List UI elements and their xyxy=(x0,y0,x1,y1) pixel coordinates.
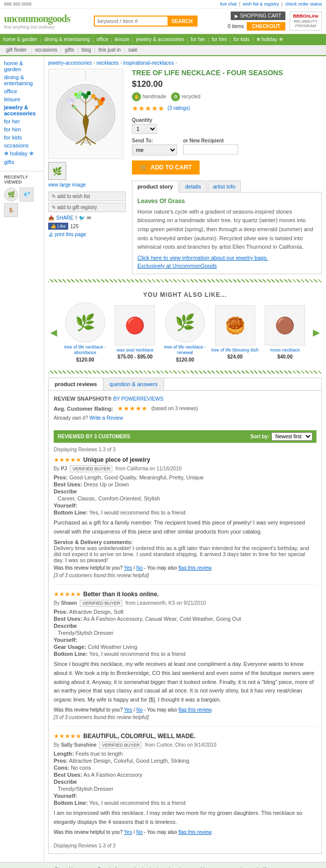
reviews-section: product reviews question & answers REVIE… xyxy=(48,378,322,854)
nav-home-garden[interactable]: home & garden xyxy=(0,34,40,45)
main-content: jewelry-accessories › necklaces › inspir… xyxy=(44,56,326,862)
breadcrumb-inspirational[interactable]: inspirational-necklaces xyxy=(123,60,174,66)
product-badges: ✋ handmade ♻ recycled xyxy=(132,92,322,101)
nav-dining[interactable]: dining & entertaining xyxy=(42,34,92,45)
logo[interactable]: uncommongoods xyxy=(4,13,70,25)
add-to-cart-button[interactable]: 🛒 ADD TO CART xyxy=(132,160,200,175)
review-2-body: Since I bought this necklace, my wife re… xyxy=(54,660,316,704)
review-1-yes[interactable]: Yes xyxy=(124,565,132,571)
sidebar-item-leisure[interactable]: leisure xyxy=(0,95,44,103)
top-links: live chat | wish list & registry | check… xyxy=(220,2,322,7)
shopping-cart-button[interactable]: ▶ SHOPPING CART xyxy=(231,12,285,20)
rv-item-3[interactable]: 🪑 xyxy=(4,203,18,217)
svg-point-16 xyxy=(94,97,97,100)
review-2-no[interactable]: No xyxy=(136,707,143,713)
nav-leisure[interactable]: leisure xyxy=(112,34,132,45)
nav-for-kids[interactable]: for kids xyxy=(231,34,252,45)
review-2-helpful: Was this review helpful to you? Yes / No… xyxy=(54,707,316,713)
review-3-body: I am so impressed with this necklace. I … xyxy=(54,809,316,826)
review-3-meta: By Sally Sunshine VERIFIED BUYER from Cu… xyxy=(54,742,316,749)
sidebar-item-for-him[interactable]: for him xyxy=(0,125,44,133)
sidebar-item-gifts[interactable]: gifts xyxy=(0,158,44,166)
share-link[interactable]: SHARE xyxy=(56,215,73,221)
breadcrumb-jewelry[interactable]: jewelry-accessories xyxy=(48,60,92,66)
tab-product-story[interactable]: product story xyxy=(132,181,179,193)
header-main: uncommongoods find anything but ordinary… xyxy=(0,9,326,34)
review-1-no[interactable]: No xyxy=(136,565,143,571)
wish-list-link[interactable]: wish list & registry xyxy=(243,2,279,7)
search-input[interactable] xyxy=(95,17,168,26)
also-item-2[interactable]: 🔴 wax seal necklace $75.00 - $95.00 xyxy=(111,305,159,360)
sub-nav-this-just-in[interactable]: this just in xyxy=(95,45,123,55)
jewelry-bags-link[interactable]: Click here to view information about our… xyxy=(137,255,268,261)
print-link[interactable]: 🖨 print this page xyxy=(48,232,126,237)
rating-count-link[interactable]: (3 ratings) xyxy=(168,105,190,111)
tab-details[interactable]: details xyxy=(180,181,207,192)
product-image-svg xyxy=(51,71,121,156)
review-3-no[interactable]: No xyxy=(136,829,143,835)
check-order-link[interactable]: check order status xyxy=(285,2,322,7)
prev-arrow[interactable]: ◀ xyxy=(48,327,59,338)
review-3-cons: Cons: No cons xyxy=(54,765,316,771)
review-3-yes[interactable]: Yes xyxy=(124,829,132,835)
registry-icon: ✎ xyxy=(52,205,56,210)
tab-artist-info[interactable]: artist info xyxy=(208,181,241,192)
tab-qa[interactable]: question & answers xyxy=(103,378,164,390)
review-1-describe: Describe xyxy=(54,488,316,494)
also-item-4[interactable]: 🥮 tree of life blessing dish $24.00 xyxy=(211,305,259,360)
exclusive-link[interactable]: Exclusively at UncommonGoods xyxy=(137,263,217,269)
sidebar-item-occasions[interactable]: occasions xyxy=(0,141,44,149)
also-item-3[interactable]: 🌿 tree of life necklace - renewal $120.0… xyxy=(161,302,209,363)
snapshot-title: REVIEW SNAPSHOT® by PowerReviews xyxy=(54,396,316,402)
sidebar-item-jewelry[interactable]: jewelry & accessories xyxy=(0,103,44,117)
review-3-title: BEAUTIFUL, COLORFUL, WELL MADE. xyxy=(83,733,196,740)
nav-for-her[interactable]: for her xyxy=(188,34,208,45)
view-large-link[interactable]: view large image xyxy=(48,182,126,188)
sub-nav-blog[interactable]: blog xyxy=(79,45,94,55)
facebook-like-button[interactable]: 👍 Like xyxy=(48,223,68,230)
sub-nav-sale[interactable]: sale xyxy=(125,45,140,55)
nav-office[interactable]: office xyxy=(94,34,111,45)
write-review-link[interactable]: Write a Review xyxy=(89,415,123,421)
review-1-flag[interactable]: flag this review xyxy=(179,565,212,571)
add-to-wish-list-button[interactable]: ✎ add to wish list xyxy=(48,192,126,201)
also-item-5[interactable]: 🟤 moss necklace $40.00 xyxy=(261,305,309,360)
wishlist-icon: ✎ xyxy=(52,194,56,199)
review-2-yes[interactable]: Yes xyxy=(124,707,132,713)
sort-select[interactable]: Newest first Oldest first Most helpful xyxy=(271,432,312,441)
also-item-1[interactable]: 🌿 tree of life necklace - abundance $120… xyxy=(61,302,109,363)
review-2-flag[interactable]: flag this review xyxy=(179,707,212,713)
tab-product-reviews[interactable]: product reviews xyxy=(49,378,103,390)
sidebar-item-home-garden[interactable]: home & garden xyxy=(0,59,44,73)
nav-holiday[interactable]: ❄ holiday ❄ xyxy=(254,34,285,45)
recycled-badge: ♻ recycled xyxy=(171,92,200,101)
footer-promo: Shop UncommonGoods for creatively design… xyxy=(0,862,326,868)
sub-nav-gifts[interactable]: gifts xyxy=(62,45,77,55)
checkout-button[interactable]: CHECKOUT xyxy=(247,22,285,31)
live-chat-link[interactable]: live chat xyxy=(220,2,237,7)
search-button[interactable]: SEARCH xyxy=(168,17,197,26)
cart-count: 0 items xyxy=(228,24,244,29)
sidebar-item-for-her[interactable]: for her xyxy=(0,117,44,125)
sidebar-item-office[interactable]: office xyxy=(0,87,44,95)
nav-jewelry[interactable]: jewelry & accessories xyxy=(133,34,187,45)
nav-for-him[interactable]: for him xyxy=(209,34,230,45)
review-3-flag[interactable]: flag this review xyxy=(179,829,212,835)
review-2-found-helpful: [3 of 3 customers found this review help… xyxy=(54,715,316,720)
thumbnail-1[interactable]: 🌿 xyxy=(48,162,66,180)
sub-nav-gift-finder[interactable]: gift finder xyxy=(2,45,31,55)
sidebar-item-for-kids[interactable]: for kids xyxy=(0,133,44,141)
rv-item-1[interactable]: 🌿 xyxy=(4,188,18,202)
sub-nav-occasions[interactable]: occasions xyxy=(32,45,60,55)
next-arrow[interactable]: ▶ xyxy=(311,327,322,338)
add-to-registry-button[interactable]: ✎ add to gift registry xyxy=(48,203,126,212)
breadcrumb-necklaces[interactable]: necklaces xyxy=(96,60,118,66)
rv-item-2[interactable]: 💎 xyxy=(20,188,34,202)
recipient-input[interactable] xyxy=(183,144,238,154)
product-price: $120.00 xyxy=(132,79,322,89)
quantity-select[interactable]: 12345 xyxy=(132,124,157,134)
sidebar-item-dining[interactable]: dining & entertaining xyxy=(0,73,44,87)
sidebar-item-holiday[interactable]: ❄ holiday ❄ xyxy=(0,149,44,158)
send-to-select[interactable]: me xyxy=(132,144,177,155)
tab-list: product story details artist info xyxy=(132,181,322,193)
